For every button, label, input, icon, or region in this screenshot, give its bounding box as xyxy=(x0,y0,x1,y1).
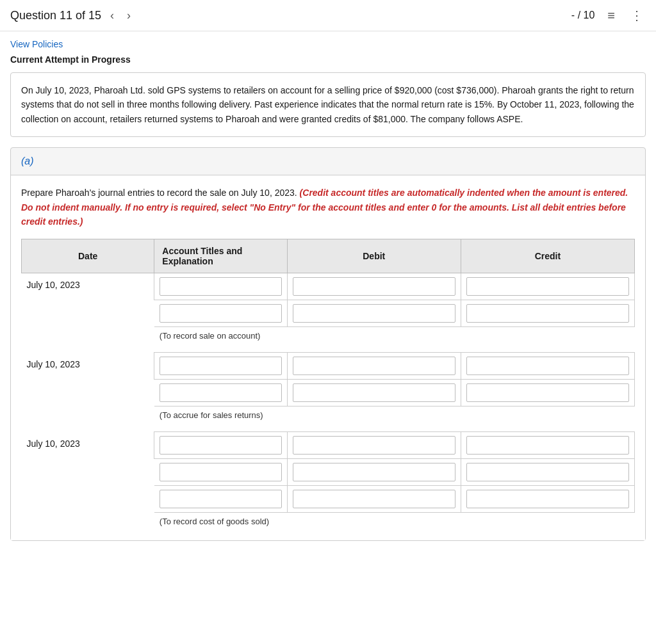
credit-input-3-1[interactable] xyxy=(466,436,629,455)
header: Question 11 of 15 ‹ › - / 10 ≡ ⋮ xyxy=(0,0,656,31)
debit-input-cell-2-1 xyxy=(287,353,461,380)
next-button[interactable]: › xyxy=(123,8,135,24)
journal-table: Date Account Titles and Explanation Debi… xyxy=(21,239,635,530)
date-cell-1: July 10, 2023 xyxy=(22,273,154,327)
date-cell-2: July 10, 2023 xyxy=(22,353,154,407)
instruction-normal: Prepare Pharoah's journal entries to rec… xyxy=(21,188,297,198)
note-cell-3: (To record cost of goods sold) xyxy=(154,513,635,531)
instruction-text: Prepare Pharoah's journal entries to rec… xyxy=(21,186,635,229)
debit-input-2-2[interactable] xyxy=(293,383,455,402)
account-input-2-1[interactable] xyxy=(160,357,281,375)
note-date-spacer-2 xyxy=(22,407,154,424)
table-row: July 10, 2023 xyxy=(22,273,635,300)
credit-input-1-1[interactable] xyxy=(466,277,629,296)
debit-input-2-1[interactable] xyxy=(293,357,455,375)
account-input-cell-3-3 xyxy=(154,486,287,513)
note-row-1: (To record sale on account) xyxy=(22,327,635,345)
note-date-spacer-3 xyxy=(22,513,154,531)
account-input-2-2[interactable] xyxy=(160,383,282,402)
account-input-cell-2-2 xyxy=(154,380,287,407)
question-box: On July 10, 2023, Pharoah Ltd. sold GPS … xyxy=(10,72,646,137)
debit-input-3-3[interactable] xyxy=(293,490,455,508)
section-a-box: (a) Prepare Pharoah's journal entries to… xyxy=(10,147,646,541)
header-left: Question 11 of 15 ‹ › xyxy=(10,8,135,24)
col-account: Account Titles and Explanation xyxy=(154,239,287,273)
attempt-label: Current Attempt in Progress xyxy=(10,54,646,65)
credit-input-cell-1-1 xyxy=(461,273,634,300)
col-date: Date xyxy=(22,239,154,273)
debit-input-cell-1-1 xyxy=(287,273,461,300)
account-input-cell-3-1 xyxy=(154,432,287,459)
prev-button[interactable]: ‹ xyxy=(106,8,118,24)
debit-input-1-1[interactable] xyxy=(293,277,455,296)
divider-row-1 xyxy=(22,344,635,353)
debit-input-3-2[interactable] xyxy=(293,463,455,481)
section-a-header: (a) xyxy=(11,148,645,175)
note-date-spacer-1 xyxy=(22,327,154,345)
debit-input-1-2[interactable] xyxy=(293,304,455,323)
divider-row-2 xyxy=(22,424,635,432)
credit-input-3-3[interactable] xyxy=(466,490,629,508)
view-policies-link[interactable]: View Policies xyxy=(10,39,63,49)
account-input-1-1[interactable] xyxy=(160,277,281,296)
credit-input-2-1[interactable] xyxy=(466,357,629,375)
note-cell-1: (To record sale on account) xyxy=(154,327,635,345)
credit-input-cell-2-1 xyxy=(461,353,634,380)
credit-input-cell-1-2 xyxy=(461,300,634,327)
account-input-1-2[interactable] xyxy=(160,304,282,323)
table-row: July 10, 2023 xyxy=(22,353,635,380)
note-row-3: (To record cost of goods sold) xyxy=(22,513,635,531)
debit-input-cell-3-1 xyxy=(287,432,461,459)
score-display: - / 10 xyxy=(571,10,594,21)
account-input-cell-1-1 xyxy=(154,273,287,300)
content: View Policies Current Attempt in Progres… xyxy=(0,31,656,559)
table-header-row: Date Account Titles and Explanation Debi… xyxy=(22,239,635,273)
debit-input-cell-2-2 xyxy=(287,380,461,407)
account-input-cell-2-1 xyxy=(154,353,287,380)
header-right: - / 10 ≡ ⋮ xyxy=(571,6,646,24)
section-a-body: Prepare Pharoah's journal entries to rec… xyxy=(11,175,645,540)
account-input-3-3[interactable] xyxy=(160,490,282,508)
credit-input-cell-2-2 xyxy=(461,380,634,407)
col-debit: Debit xyxy=(287,239,461,273)
credit-input-cell-3-1 xyxy=(461,432,634,459)
list-icon-button[interactable]: ≡ xyxy=(605,6,618,24)
account-input-cell-1-2 xyxy=(154,300,287,327)
account-input-3-1[interactable] xyxy=(160,436,281,455)
credit-input-3-2[interactable] xyxy=(466,463,629,481)
question-text: On July 10, 2023, Pharoah Ltd. sold GPS … xyxy=(21,85,634,124)
section-a-label: (a) xyxy=(21,156,34,166)
account-input-cell-3-2 xyxy=(154,459,287,486)
credit-input-cell-3-2 xyxy=(461,459,634,486)
account-input-3-2[interactable] xyxy=(160,463,282,481)
date-cell-3: July 10, 2023 xyxy=(22,432,154,513)
table-row: July 10, 2023 xyxy=(22,432,635,459)
debit-input-3-1[interactable] xyxy=(293,436,455,455)
col-credit: Credit xyxy=(461,239,634,273)
debit-input-cell-3-2 xyxy=(287,459,461,486)
note-row-2: (To accrue for sales returns) xyxy=(22,407,635,424)
debit-input-cell-3-3 xyxy=(287,486,461,513)
note-cell-2: (To accrue for sales returns) xyxy=(154,407,635,424)
credit-input-2-2[interactable] xyxy=(466,383,629,402)
credit-input-1-2[interactable] xyxy=(466,304,629,323)
more-options-button[interactable]: ⋮ xyxy=(628,6,646,24)
question-title: Question 11 of 15 xyxy=(10,9,101,22)
debit-input-cell-1-2 xyxy=(287,300,461,327)
credit-input-cell-3-3 xyxy=(461,486,634,513)
